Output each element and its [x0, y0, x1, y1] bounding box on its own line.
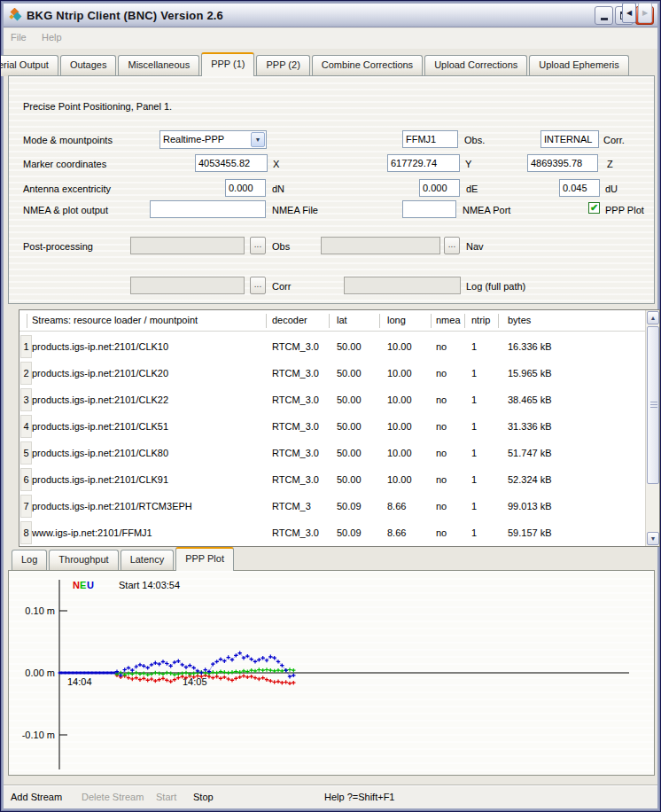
- table-row[interactable]: 2products.igs-ip.net:2101/CLK20RTCM_3.05…: [19, 360, 645, 386]
- tab-ppp-1[interactable]: PPP (1): [201, 52, 254, 76]
- post-log-field: [344, 277, 461, 294]
- streams-table: Streams: resource loader / mountpoint de…: [19, 309, 660, 547]
- row-number[interactable]: 1: [20, 335, 32, 358]
- mode-combobox[interactable]: Realtime-PPP ▼: [159, 130, 267, 149]
- table-row[interactable]: 1products.igs-ip.net:2101/CLK10RTCM_3.05…: [19, 333, 645, 360]
- cell-ntrip: 1: [471, 421, 477, 432]
- cell-ntrip: 1: [471, 341, 477, 352]
- col-ntrip[interactable]: ntrip: [471, 315, 490, 325]
- cell-nmea: no: [436, 448, 447, 458]
- marker-y-field[interactable]: [387, 154, 460, 172]
- cell-long: 10.00: [387, 341, 412, 352]
- col-nmea[interactable]: nmea: [436, 315, 461, 325]
- tab-upload-corrections[interactable]: Upload Corrections: [424, 55, 527, 76]
- table-row[interactable]: 6products.igs-ip.net:2101/CLK91RTCM_3.05…: [19, 466, 645, 493]
- tab-combine-corrections[interactable]: Combine Corrections: [312, 55, 423, 76]
- antenna-label: Antenna excentricity: [23, 183, 111, 194]
- row-number[interactable]: 3: [20, 388, 32, 411]
- title-bar[interactable]: BKG Ntrip Client (BNC) Version 2.6 ✕: [4, 4, 657, 27]
- row-number[interactable]: 4: [20, 415, 32, 438]
- z-suffix-label: Z: [607, 159, 613, 169]
- scrollbar-thumb[interactable]: [647, 326, 659, 484]
- marker-x-field[interactable]: [195, 154, 268, 172]
- table-row[interactable]: 7products.igs-ip.net:2101/RTCM3EPHRTCM_3…: [19, 493, 645, 519]
- cell-ntrip: 1: [471, 368, 477, 379]
- cell-bytes: 16.336 kB: [508, 341, 552, 352]
- panel-heading: Precise Point Positioning, Panel 1.: [23, 101, 172, 112]
- menu-file[interactable]: File: [11, 32, 27, 43]
- nmea-label: NMEA & plot output: [23, 205, 108, 215]
- arrow-right-icon: ▶: [642, 9, 648, 17]
- row-number[interactable]: 8: [20, 521, 32, 544]
- tab-log[interactable]: Log: [12, 550, 47, 571]
- stop-button[interactable]: Stop: [193, 792, 214, 802]
- browse-corr-button[interactable]: ...: [250, 277, 266, 294]
- antenna-de-field[interactable]: [419, 179, 460, 197]
- cell-decoder: RTCM_3.0: [272, 448, 319, 458]
- col-long[interactable]: long: [387, 315, 406, 325]
- table-row[interactable]: 5products.igs-ip.net:2101/CLK80RTCM_3.05…: [19, 440, 645, 466]
- cell-bytes: 59.157 kB: [508, 527, 552, 538]
- browse-obs-button[interactable]: ...: [250, 237, 266, 254]
- tab-miscellaneous[interactable]: Miscellaneous: [118, 55, 199, 76]
- y-tick-label: 0.00 m: [25, 668, 55, 678]
- browse-nav-button[interactable]: ...: [444, 237, 460, 254]
- row-number[interactable]: 7: [20, 495, 32, 518]
- table-scrollbar[interactable]: ▲ ▼: [645, 310, 659, 546]
- tab-scroll-right-button[interactable]: ▶: [638, 3, 652, 23]
- add-stream-button[interactable]: Add Stream: [11, 792, 62, 802]
- table-row[interactable]: 8www.igs-ip.net:2101/FFMJ1RTCM_3.050.098…: [19, 519, 645, 546]
- cell-bytes: 51.747 kB: [508, 448, 552, 458]
- minimize-button[interactable]: [595, 6, 613, 25]
- help-hint: Help ?=Shift+F1: [324, 792, 395, 802]
- cell-bytes: 38.465 kB: [508, 394, 552, 405]
- obs-file-suffix-label: Obs: [272, 241, 290, 252]
- cell-long: 8.66: [387, 501, 406, 511]
- row-number[interactable]: 6: [20, 468, 32, 491]
- nmea-file-field[interactable]: [150, 200, 266, 218]
- antenna-dn-field[interactable]: [225, 179, 266, 197]
- obs-mountpoint-field[interactable]: [402, 130, 458, 148]
- col-decoder[interactable]: decoder: [272, 315, 307, 325]
- col-streams[interactable]: Streams: resource loader / mountpoint: [32, 315, 198, 325]
- tab-upload-ephemeris[interactable]: Upload Ephemeris: [529, 55, 629, 76]
- tab-scroll-left-button[interactable]: ◀: [622, 3, 636, 23]
- antenna-du-field[interactable]: [559, 179, 600, 197]
- post-corr-field: [130, 277, 245, 294]
- tab-latency[interactable]: Latency: [121, 550, 175, 571]
- cell-lat: 50.00: [337, 448, 362, 458]
- col-bytes[interactable]: bytes: [508, 315, 531, 325]
- cell-ntrip: 1: [471, 394, 477, 405]
- menu-help[interactable]: Help: [42, 32, 62, 43]
- table-row[interactable]: 3products.igs-ip.net:2101/CLK22RTCM_3.05…: [19, 386, 645, 413]
- scroll-down-button[interactable]: ▼: [647, 532, 659, 545]
- tab-ppp-2[interactable]: PPP (2): [256, 55, 309, 76]
- log-suffix-label: Log (full path): [466, 281, 525, 292]
- tab-throughput[interactable]: Throughput: [49, 550, 118, 571]
- ppp-plot-checkbox[interactable]: ✔: [588, 202, 600, 214]
- cell-nmea: no: [436, 474, 447, 485]
- mode-value: Realtime-PPP: [163, 134, 224, 144]
- cell-decoder: RTCM_3.0: [272, 341, 319, 352]
- corr-mountpoint-field[interactable]: [540, 130, 599, 148]
- check-icon: ✔: [590, 202, 598, 213]
- chevron-down-icon[interactable]: ▼: [251, 132, 265, 147]
- tab-outages[interactable]: Outages: [60, 55, 117, 76]
- bottom-tab-bar: LogThroughputLatencyPPP Plot: [8, 548, 655, 571]
- cell-decoder: RTCM_3.0: [272, 421, 319, 432]
- row-number[interactable]: 2: [20, 362, 32, 385]
- corr-suffix-label: Corr.: [603, 135, 625, 145]
- tab-ppp-plot[interactable]: PPP Plot: [175, 547, 234, 571]
- nmea-port-field[interactable]: [402, 200, 456, 218]
- scroll-up-button[interactable]: ▲: [647, 311, 659, 324]
- cell-ntrip: 1: [471, 501, 477, 511]
- ppp-plot-chart: 0.10 m0.00 m-0.10 m14:0414:05NEUStart 14…: [9, 571, 656, 777]
- tab-erial-output[interactable]: erial Output: [1, 55, 58, 76]
- cell-ntrip: 1: [471, 527, 477, 538]
- table-row[interactable]: 4products.igs-ip.net:2101/CLK51RTCM_3.05…: [19, 413, 645, 440]
- post-processing-label: Post-processing: [23, 241, 93, 252]
- marker-z-field[interactable]: [527, 154, 598, 172]
- col-lat[interactable]: lat: [337, 315, 347, 325]
- row-number[interactable]: 5: [20, 441, 32, 465]
- corr-file-suffix-label: Corr: [272, 281, 291, 292]
